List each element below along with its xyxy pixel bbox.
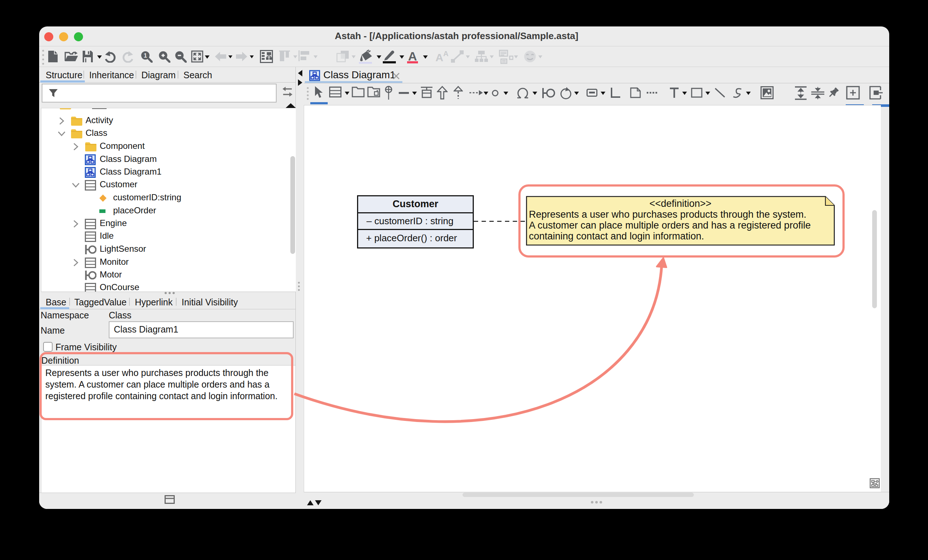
svg-text:1: 1 (144, 53, 147, 59)
svg-text:A: A (435, 52, 443, 63)
svg-text:A: A (408, 50, 417, 63)
svg-text:A: A (443, 50, 449, 58)
